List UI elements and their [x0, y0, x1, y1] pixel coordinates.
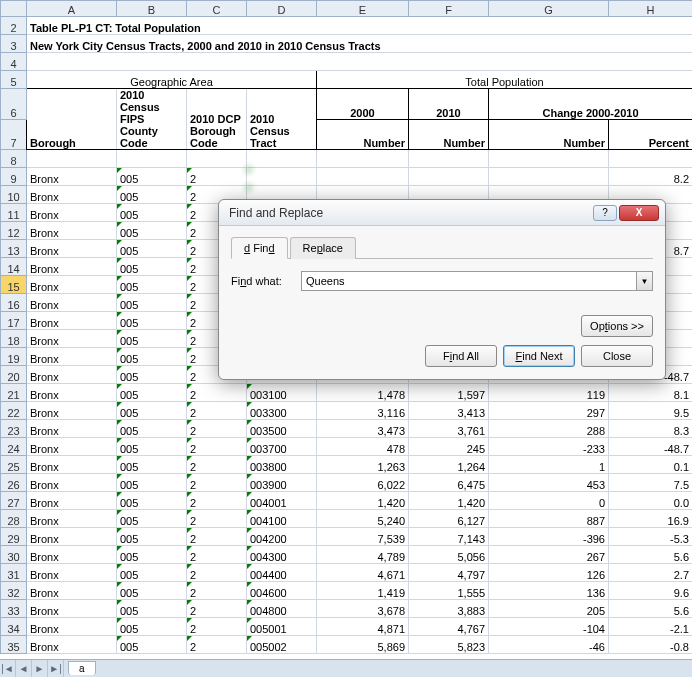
- nav-next-icon[interactable]: ►: [32, 660, 48, 677]
- cell[interactable]: 2: [187, 420, 247, 438]
- help-button[interactable]: ?: [593, 205, 617, 221]
- cell[interactable]: 2: [187, 438, 247, 456]
- cell[interactable]: 0: [489, 492, 609, 510]
- close-icon[interactable]: X: [619, 205, 659, 221]
- row-4[interactable]: 4: [1, 53, 27, 71]
- cell[interactable]: Bronx: [27, 258, 117, 276]
- cell[interactable]: 1,555: [409, 582, 489, 600]
- cell[interactable]: 005: [117, 492, 187, 510]
- cell[interactable]: Bronx: [27, 384, 117, 402]
- col-G[interactable]: G: [489, 1, 609, 17]
- cell[interactable]: 005: [117, 222, 187, 240]
- cell[interactable]: 005: [117, 402, 187, 420]
- cell[interactable]: -46: [489, 636, 609, 654]
- cell[interactable]: Bronx: [27, 492, 117, 510]
- cell[interactable]: 2: [187, 510, 247, 528]
- cell[interactable]: 8.1: [609, 384, 693, 402]
- row-20[interactable]: 20: [1, 366, 27, 384]
- cell[interactable]: 7,143: [409, 528, 489, 546]
- cell[interactable]: 005: [117, 294, 187, 312]
- cell[interactable]: 4,671: [317, 564, 409, 582]
- cell[interactable]: Bronx: [27, 312, 117, 330]
- row-19[interactable]: 19: [1, 348, 27, 366]
- cell[interactable]: 005: [117, 312, 187, 330]
- cell[interactable]: 003800: [247, 456, 317, 474]
- cell[interactable]: 005: [117, 420, 187, 438]
- cell[interactable]: 005: [117, 330, 187, 348]
- row-8[interactable]: 8: [1, 150, 27, 168]
- cell[interactable]: [409, 168, 489, 186]
- cell[interactable]: 1,263: [317, 456, 409, 474]
- cell[interactable]: 2: [187, 546, 247, 564]
- row-27[interactable]: 27: [1, 492, 27, 510]
- cell[interactable]: Bronx: [27, 546, 117, 564]
- row-10[interactable]: 10: [1, 186, 27, 204]
- cell[interactable]: 2: [187, 492, 247, 510]
- cell[interactable]: 4,871: [317, 618, 409, 636]
- cell[interactable]: 0.1: [609, 456, 693, 474]
- cell[interactable]: 005: [117, 348, 187, 366]
- cell[interactable]: 6,475: [409, 474, 489, 492]
- cell[interactable]: 205: [489, 600, 609, 618]
- cell[interactable]: 2: [187, 384, 247, 402]
- cell[interactable]: -5.3: [609, 528, 693, 546]
- row-23[interactable]: 23: [1, 420, 27, 438]
- cell[interactable]: 3,678: [317, 600, 409, 618]
- options-button[interactable]: Options >>: [581, 315, 653, 337]
- row-2[interactable]: 2: [1, 17, 27, 35]
- cell[interactable]: -396: [489, 528, 609, 546]
- cell[interactable]: 5,823: [409, 636, 489, 654]
- col-A[interactable]: A: [27, 1, 117, 17]
- cell[interactable]: 005: [117, 186, 187, 204]
- cell[interactable]: 005: [117, 474, 187, 492]
- row-18[interactable]: 18: [1, 330, 27, 348]
- row-5[interactable]: 5: [1, 71, 27, 89]
- find-all-button[interactable]: Find All: [425, 345, 497, 367]
- cell[interactable]: 005: [117, 276, 187, 294]
- cell[interactable]: 7.5: [609, 474, 693, 492]
- cell[interactable]: 005: [117, 438, 187, 456]
- cell[interactable]: 004600: [247, 582, 317, 600]
- cell[interactable]: 5,240: [317, 510, 409, 528]
- cell[interactable]: 005: [117, 384, 187, 402]
- row-32[interactable]: 32: [1, 582, 27, 600]
- cell[interactable]: 005: [117, 366, 187, 384]
- cell[interactable]: Bronx: [27, 438, 117, 456]
- cell[interactable]: 887: [489, 510, 609, 528]
- cell[interactable]: -2.1: [609, 618, 693, 636]
- cell[interactable]: 005: [117, 204, 187, 222]
- cell[interactable]: Bronx: [27, 474, 117, 492]
- cell[interactable]: 004300: [247, 546, 317, 564]
- cell[interactable]: 2: [187, 618, 247, 636]
- cell[interactable]: [489, 168, 609, 186]
- nav-first-icon[interactable]: |◄: [0, 660, 16, 677]
- row-15[interactable]: 15: [1, 276, 27, 294]
- close-button[interactable]: Close: [581, 345, 653, 367]
- cell[interactable]: Bronx: [27, 600, 117, 618]
- cell[interactable]: 136: [489, 582, 609, 600]
- cell[interactable]: Bronx: [27, 294, 117, 312]
- cell[interactable]: Bronx: [27, 510, 117, 528]
- cell[interactable]: 005001: [247, 618, 317, 636]
- row-28[interactable]: 28: [1, 510, 27, 528]
- cell[interactable]: 005: [117, 528, 187, 546]
- cell[interactable]: 2: [187, 636, 247, 654]
- find-dropdown-icon[interactable]: ▼: [637, 271, 653, 291]
- cell[interactable]: Bronx: [27, 348, 117, 366]
- row-12[interactable]: 12: [1, 222, 27, 240]
- cell[interactable]: 478: [317, 438, 409, 456]
- sheet-tab-a[interactable]: a: [68, 661, 96, 675]
- cell[interactable]: 8.2: [609, 168, 693, 186]
- cell[interactable]: 005: [117, 636, 187, 654]
- cell[interactable]: 1,478: [317, 384, 409, 402]
- cell[interactable]: 1,419: [317, 582, 409, 600]
- cell[interactable]: 7,539: [317, 528, 409, 546]
- col-D[interactable]: D: [247, 1, 317, 17]
- cell[interactable]: -48.7: [609, 438, 693, 456]
- cell[interactable]: 245: [409, 438, 489, 456]
- row-21[interactable]: 21: [1, 384, 27, 402]
- row-9[interactable]: 9: [1, 168, 27, 186]
- cell[interactable]: Bronx: [27, 204, 117, 222]
- cell[interactable]: 5,869: [317, 636, 409, 654]
- cell[interactable]: 453: [489, 474, 609, 492]
